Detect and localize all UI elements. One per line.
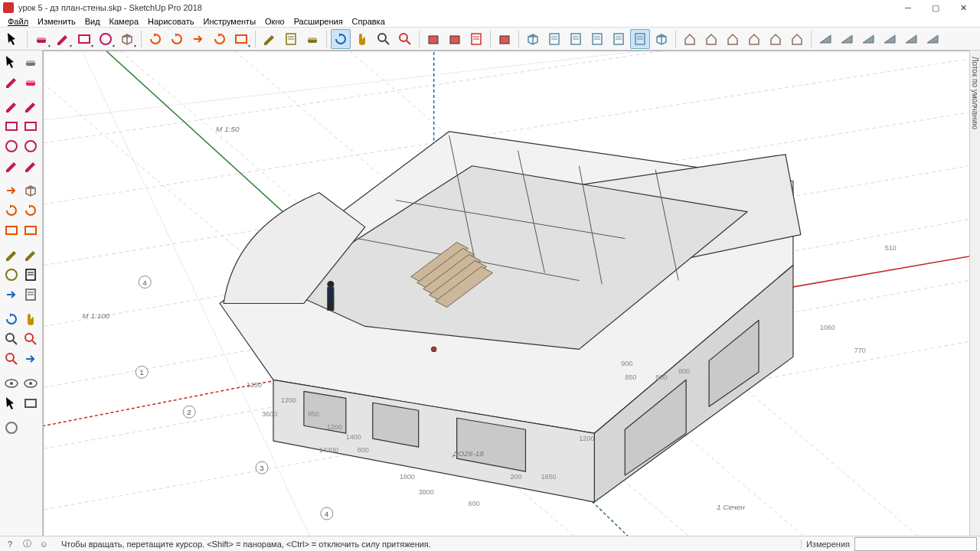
orbit-icon[interactable]	[331, 29, 351, 49]
pushpull-icon[interactable]	[21, 181, 41, 201]
titlebar: урок 5 - дз план-стены.skp - SketchUp Pr…	[0, 0, 980, 15]
tape-icon[interactable]	[2, 245, 21, 265]
style1-icon[interactable]	[680, 29, 700, 49]
help-icon[interactable]: ?	[3, 537, 17, 551]
eraser-pink-icon[interactable]	[21, 72, 41, 92]
info-icon[interactable]: ⓘ	[20, 537, 34, 551]
text-icon[interactable]	[21, 265, 41, 285]
rectangle-tool-icon[interactable]	[74, 29, 94, 49]
orbit2-icon[interactable]	[2, 309, 21, 329]
zoomext-icon[interactable]	[2, 349, 21, 369]
arc-icon[interactable]	[2, 156, 21, 176]
menu-файл[interactable]: Файл	[3, 17, 33, 26]
svg-rect-14	[429, 36, 438, 44]
zoom-icon[interactable]	[374, 29, 394, 49]
lasso-icon[interactable]	[2, 72, 21, 92]
style4-icon[interactable]	[744, 29, 764, 49]
zoom-extents-icon[interactable]	[395, 29, 415, 49]
solid6-icon[interactable]	[923, 29, 942, 49]
iso-view-icon[interactable]	[523, 29, 543, 49]
svg-text:850: 850	[308, 410, 319, 418]
style6-icon[interactable]	[787, 29, 807, 49]
text-tool-icon[interactable]	[281, 29, 301, 49]
svg-point-48	[6, 269, 17, 280]
select-icon[interactable]	[2, 52, 21, 72]
move-tool-icon[interactable]	[188, 29, 208, 49]
menu-изменить[interactable]: Изменить	[33, 17, 80, 26]
circle-icon[interactable]	[2, 136, 21, 156]
svg-rect-2	[79, 35, 90, 43]
zoom2-icon[interactable]	[2, 329, 21, 349]
pan-icon[interactable]	[352, 29, 372, 49]
menu-расширения[interactable]: Расширения	[289, 17, 348, 26]
zoomwin-icon[interactable]	[21, 329, 41, 349]
solid3-icon[interactable]	[858, 29, 878, 49]
tape-measure-icon[interactable]	[260, 29, 279, 49]
axes-icon[interactable]	[2, 285, 21, 305]
svg-text:4: 4	[142, 279, 147, 287]
style2-icon[interactable]	[701, 29, 721, 49]
scale-icon[interactable]	[2, 220, 21, 240]
line-icon[interactable]	[2, 96, 21, 116]
style5-icon[interactable]	[766, 29, 786, 49]
pushpull-tool-icon[interactable]	[117, 29, 137, 49]
rotate-tool-icon[interactable]	[210, 29, 230, 49]
solid5-icon[interactable]	[901, 29, 921, 49]
tray-tab[interactable]: Лоток по умолчанию	[969, 51, 980, 536]
3d-warehouse-icon[interactable]	[445, 29, 465, 49]
offset-icon[interactable]	[21, 220, 41, 240]
viewport-3d[interactable]: M 1:100 M 1:50 1 Сечен ДО26-18 1250 1200…	[43, 51, 969, 536]
shaded-icon[interactable]	[652, 29, 671, 49]
look-around-icon[interactable]	[21, 373, 41, 393]
add-location-icon[interactable]	[423, 29, 443, 49]
measure-input[interactable]	[854, 537, 977, 551]
menu-камера[interactable]: Камера	[105, 17, 143, 26]
rectangle-icon[interactable]	[2, 116, 21, 136]
scale-tool-icon[interactable]	[231, 29, 251, 49]
walk-icon[interactable]	[2, 393, 21, 413]
solid4-icon[interactable]	[880, 29, 900, 49]
freehand-icon[interactable]	[21, 96, 41, 116]
back-view-icon[interactable]	[609, 29, 629, 49]
menu-справка[interactable]: Справка	[348, 17, 390, 26]
right-view-icon[interactable]	[587, 29, 607, 49]
menu-вид[interactable]: Вид	[80, 17, 105, 26]
pie-icon[interactable]	[21, 156, 41, 176]
menu-нарисовать[interactable]: Нарисовать	[143, 17, 198, 26]
close-button[interactable]: ✕	[949, 0, 977, 15]
left-view-icon[interactable]	[630, 29, 650, 49]
dimension-icon[interactable]	[21, 245, 41, 265]
menu-инструменты[interactable]: Инструменты	[198, 17, 260, 26]
redo-icon[interactable]	[167, 29, 187, 49]
maximize-button[interactable]: ▢	[922, 0, 949, 15]
person-icon[interactable]: ☺	[37, 537, 51, 551]
rotrect-icon[interactable]	[21, 116, 41, 136]
rotate-icon[interactable]	[2, 201, 21, 220]
geo-icon[interactable]	[2, 418, 21, 438]
move-icon[interactable]	[2, 181, 21, 201]
solid1-icon[interactable]	[815, 29, 835, 49]
style3-icon[interactable]	[723, 29, 743, 49]
menu-окно[interactable]: Окно	[260, 17, 289, 26]
protractor-icon[interactable]	[2, 265, 21, 285]
undo-icon[interactable]	[145, 29, 165, 49]
solid2-icon[interactable]	[837, 29, 857, 49]
followme-icon[interactable]	[21, 201, 41, 220]
top-view-icon[interactable]	[544, 29, 564, 49]
minimize-button[interactable]: ─	[894, 0, 922, 15]
select-arrow-icon[interactable]	[3, 29, 23, 49]
position-camera-icon[interactable]	[2, 373, 21, 393]
front-view-icon[interactable]	[566, 29, 586, 49]
extension-warehouse-icon[interactable]	[495, 29, 514, 49]
eraser2-icon[interactable]	[21, 52, 41, 72]
previous-icon[interactable]	[21, 349, 41, 369]
photo-textures-icon[interactable]	[466, 29, 486, 49]
pan2-icon[interactable]	[21, 309, 41, 329]
paint-bucket-icon[interactable]	[302, 29, 322, 49]
circle-tool-icon[interactable]	[96, 29, 116, 49]
3dtext-icon[interactable]	[21, 285, 41, 305]
polygon-icon[interactable]	[21, 136, 41, 156]
section-plane-icon[interactable]	[21, 393, 41, 413]
eraser-icon[interactable]	[31, 29, 51, 49]
line-tool-icon[interactable]	[53, 29, 73, 49]
